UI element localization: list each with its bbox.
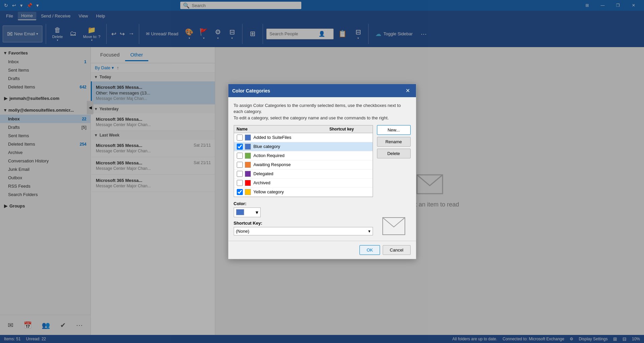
cat-check-awaiting[interactable]	[237, 162, 243, 168]
modal-content: Name Shortcut key Added to SuiteFiles	[234, 125, 411, 235]
cat-row-awaiting[interactable]: Awaiting Response	[234, 160, 373, 169]
modal-close-btn[interactable]: ✕	[404, 87, 412, 94]
modal-right: New... Rename Delete	[377, 125, 411, 235]
category-table-header: Name Shortcut key	[234, 125, 373, 133]
cat-name-yellow: Yellow category	[254, 189, 330, 194]
cat-name-archived: Archived	[254, 180, 330, 185]
cat-name-suitefiles: Added to SuiteFiles	[254, 135, 330, 140]
cat-color-action	[245, 153, 251, 159]
color-dropdown-arrow: ▾	[256, 209, 258, 216]
cat-name-delegated: Delegated	[254, 171, 330, 176]
cat-color-awaiting	[245, 162, 251, 168]
modal-titlebar: Color Categories ✕	[228, 84, 416, 97]
cat-row-blue[interactable]: Blue category	[234, 142, 373, 151]
ok-btn[interactable]: OK	[359, 245, 380, 255]
cat-color-blue	[245, 144, 251, 150]
modal-description: To assign Color Categories to the curren…	[234, 103, 411, 121]
category-table: Name Shortcut key Added to SuiteFiles	[234, 125, 373, 197]
cat-check-suitefiles[interactable]	[237, 135, 243, 141]
cat-color-suitefiles	[245, 135, 251, 141]
shortcut-row: Shortcut Key: (None) ▾	[234, 221, 373, 235]
cat-row-archived[interactable]: Archived	[234, 179, 373, 188]
cat-color-archived	[245, 180, 251, 186]
color-label: Color:	[234, 201, 373, 206]
shortcut-dropdown-arrow: ▾	[368, 229, 371, 234]
modal-envelope	[382, 217, 406, 235]
cat-name-action: Action Required	[254, 153, 330, 158]
cat-check-yellow[interactable]	[237, 189, 243, 195]
cat-check-action[interactable]	[237, 153, 243, 159]
cancel-btn[interactable]: Cancel	[383, 245, 410, 255]
shortcut-key-label: Shortcut Key:	[234, 221, 373, 226]
cat-check-archived[interactable]	[237, 180, 243, 186]
rename-category-btn[interactable]: Rename	[377, 137, 411, 147]
cat-name-awaiting: Awaiting Response	[254, 162, 330, 167]
cat-row-delegated[interactable]: Delegated	[234, 169, 373, 179]
shortcut-value: (None)	[236, 229, 250, 234]
cat-color-yellow	[245, 189, 251, 195]
color-categories-modal: Color Categories ✕ To assign Color Categ…	[228, 84, 416, 259]
modal-body: To assign Color Categories to the curren…	[228, 97, 416, 241]
cat-color-delegated	[245, 171, 251, 177]
col-name-header: Name	[237, 127, 330, 131]
cat-row-action[interactable]: Action Required	[234, 151, 373, 160]
cat-row-suitefiles[interactable]: Added to SuiteFiles	[234, 133, 373, 142]
color-swatch	[236, 209, 244, 215]
new-category-btn[interactable]: New...	[377, 125, 411, 135]
modal-left: Name Shortcut key Added to SuiteFiles	[234, 125, 373, 235]
shortcut-select[interactable]: (None) ▾	[234, 227, 373, 235]
modal-overlay: Color Categories ✕ To assign Color Categ…	[0, 0, 644, 343]
cat-check-blue[interactable]	[237, 144, 243, 150]
cat-row-yellow[interactable]: Yellow category	[234, 188, 373, 197]
color-select[interactable]: ▾	[234, 207, 261, 217]
col-shortcut-header: Shortcut key	[330, 127, 370, 131]
cat-name-blue: Blue category	[254, 144, 330, 149]
delete-category-btn[interactable]: Delete	[377, 149, 411, 158]
color-row: Color: ▾	[234, 201, 373, 217]
modal-title: Color Categories	[232, 88, 270, 93]
cat-check-delegated[interactable]	[237, 171, 243, 177]
modal-footer: OK Cancel	[228, 241, 416, 259]
